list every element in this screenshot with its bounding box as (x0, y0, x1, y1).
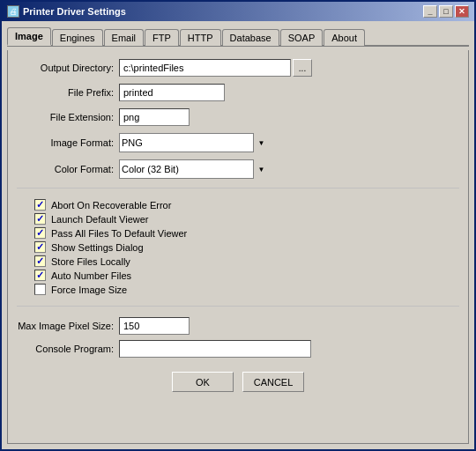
file-extension-input[interactable] (119, 108, 190, 126)
checkmark-auto: ✓ (36, 270, 44, 280)
max-pixel-row: Max Image Pixel Size: (17, 317, 459, 335)
image-format-label: Image Format: (17, 137, 114, 148)
checkbox-force-label: Force Image Size (51, 285, 127, 295)
checkbox-launch-label: Launch Default Viewer (51, 214, 148, 225)
checkbox-pass-label: Pass All Files To Default Viewer (51, 228, 187, 239)
close-button[interactable]: ✕ (455, 5, 469, 18)
file-extension-label: File Extension: (17, 112, 114, 122)
printer-icon: 🖨 (7, 5, 19, 18)
checkbox-row-abort: ✓ Abort On Recoverable Error (17, 199, 459, 211)
tab-bar: Image Engines Email FTP HTTP Database SO… (7, 26, 469, 47)
color-format-select[interactable]: Color (32 Bit) Color (24 Bit) Grayscale … (119, 159, 269, 179)
checkbox-abort-label: Abort On Recoverable Error (51, 200, 171, 211)
file-prefix-label: File Prefix: (17, 87, 114, 98)
tab-about[interactable]: About (324, 29, 365, 46)
file-prefix-row: File Prefix: (17, 84, 459, 101)
image-format-select[interactable]: PNG BMP JPEG TIFF (119, 133, 269, 152)
image-format-wrapper: PNG BMP JPEG TIFF ▼ (119, 133, 269, 152)
checkbox-row-force: Force Image Size (17, 284, 459, 295)
checkbox-launch[interactable]: ✓ (34, 213, 46, 225)
ok-button[interactable]: OK (172, 372, 234, 392)
checkbox-store[interactable]: ✓ (34, 255, 46, 267)
output-directory-input-group: ... (119, 59, 312, 77)
checkmark-abort: ✓ (36, 200, 44, 210)
checkmark-launch: ✓ (36, 214, 44, 224)
checkmark-pass: ✓ (36, 228, 44, 238)
checkbox-store-label: Store Files Locally (51, 256, 130, 267)
window-title: Printer Driver Settings (23, 6, 126, 17)
checkbox-row-launch: ✓ Launch Default Viewer (17, 213, 459, 225)
window-content: Image Engines Email FTP HTTP Database SO… (2, 21, 474, 449)
file-prefix-input[interactable] (119, 84, 225, 101)
checkbox-row-pass: ✓ Pass All Files To Default Viewer (17, 227, 459, 239)
tab-engines[interactable]: Engines (52, 29, 103, 46)
tab-soap[interactable]: SOAP (280, 29, 324, 46)
maximize-button[interactable]: □ (439, 5, 453, 18)
tab-image[interactable]: Image (7, 27, 51, 46)
checkbox-auto[interactable]: ✓ (34, 270, 46, 281)
output-directory-row: Output Directory: ... (17, 59, 459, 77)
max-pixel-input[interactable] (119, 317, 190, 335)
checkmark-show: ✓ (36, 242, 44, 252)
color-format-label: Color Format: (17, 164, 114, 174)
console-program-row: Console Program: (17, 340, 459, 358)
minimize-button[interactable]: _ (423, 5, 437, 18)
checkbox-row-auto: ✓ Auto Number Files (17, 270, 459, 281)
color-format-row: Color Format: Color (32 Bit) Color (24 B… (17, 159, 459, 179)
file-extension-row: File Extension: (17, 108, 459, 126)
color-format-wrapper: Color (32 Bit) Color (24 Bit) Grayscale … (119, 159, 269, 179)
console-program-input[interactable] (119, 340, 311, 358)
separator-2 (17, 306, 459, 307)
button-row: OK CANCEL (17, 372, 459, 392)
cancel-button[interactable]: CANCEL (242, 372, 304, 392)
checkbox-abort[interactable]: ✓ (34, 199, 46, 211)
console-program-label: Console Program: (17, 344, 114, 354)
dialog-window: 🖨 Printer Driver Settings _ □ ✕ Image En… (0, 0, 476, 451)
checkboxes-section: ✓ Abort On Recoverable Error ✓ Launch De… (17, 196, 459, 299)
max-pixel-label: Max Image Pixel Size: (17, 321, 114, 331)
checkbox-show-label: Show Settings Dialog (51, 242, 144, 253)
checkmark-store: ✓ (36, 256, 44, 266)
title-buttons: _ □ ✕ (423, 5, 469, 18)
checkbox-show[interactable]: ✓ (34, 241, 46, 253)
tab-ftp[interactable]: FTP (145, 29, 179, 46)
checkbox-row-store: ✓ Store Files Locally (17, 255, 459, 267)
checkbox-row-show: ✓ Show Settings Dialog (17, 241, 459, 253)
checkbox-auto-label: Auto Number Files (51, 270, 131, 281)
output-directory-label: Output Directory: (17, 63, 114, 73)
browse-button[interactable]: ... (293, 59, 312, 77)
checkbox-force[interactable] (34, 284, 46, 295)
output-directory-input[interactable] (119, 59, 291, 77)
tab-email[interactable]: Email (104, 29, 145, 46)
checkbox-pass[interactable]: ✓ (34, 227, 46, 239)
separator-1 (17, 188, 459, 189)
tab-http[interactable]: HTTP (180, 29, 221, 46)
main-panel: Output Directory: ... File Prefix: File … (7, 50, 469, 444)
tab-database[interactable]: Database (222, 29, 279, 46)
title-bar: 🖨 Printer Driver Settings _ □ ✕ (2, 2, 474, 21)
image-format-row: Image Format: PNG BMP JPEG TIFF ▼ (17, 133, 459, 152)
bottom-section: Max Image Pixel Size: Console Program: (17, 317, 459, 359)
